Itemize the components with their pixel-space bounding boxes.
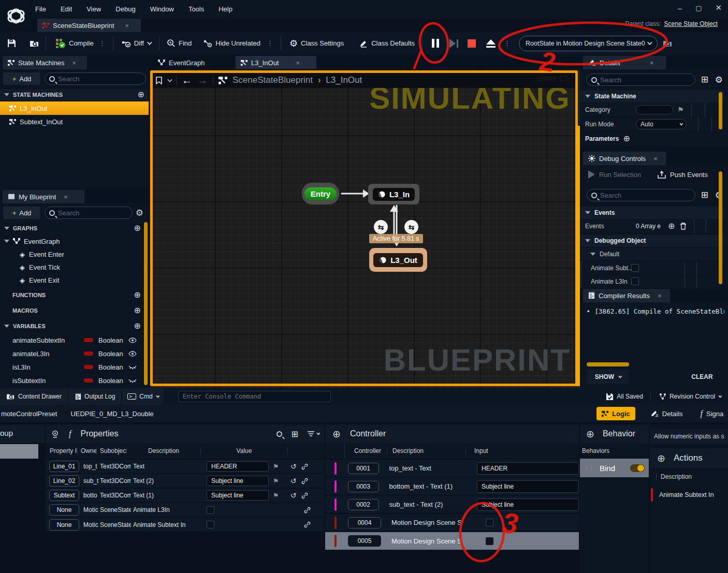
add-behavior-icon[interactable]: ⊕ <box>586 429 594 439</box>
state-machines-search[interactable] <box>45 72 146 85</box>
tree-item-event-tick[interactable]: ◈ Event Tick <box>20 261 60 273</box>
tab-my-blueprint[interactable]: My Blueprint × <box>3 190 84 203</box>
eye-closed-icon[interactable] <box>128 378 137 383</box>
col-controller-description[interactable]: Description <box>387 447 466 454</box>
content-drawer-button[interactable]: Content Drawer <box>0 388 68 405</box>
flag-icon[interactable]: ⚑ <box>273 492 279 499</box>
add-graph-icon[interactable]: ⊕ <box>134 224 141 232</box>
browse-asset-button[interactable] <box>23 39 46 48</box>
list-item-subtext-inout[interactable]: Subtext_InOut <box>0 115 149 128</box>
close-icon[interactable]: × <box>653 155 658 163</box>
debug-scrollbar[interactable] <box>719 171 722 284</box>
group-item-selected[interactable] <box>0 444 38 459</box>
run-mode-dropdown[interactable]: Auto <box>636 119 687 129</box>
link-icon[interactable] <box>301 463 308 470</box>
transition-rule-icon[interactable]: ⇆ <box>374 220 388 234</box>
eye-open-icon[interactable] <box>128 351 137 357</box>
col-value[interactable]: Value <box>201 447 288 454</box>
close-icon[interactable]: × <box>658 292 662 300</box>
link-icon[interactable] <box>304 521 311 528</box>
compile-options-icon[interactable]: ⋮ <box>99 39 113 47</box>
controller-row[interactable]: 0004 Motion Design Scene S <box>325 514 579 532</box>
section-variables[interactable]: VARIABLES <box>13 323 46 329</box>
property-row[interactable]: Line_01 top_t Text3DCom Text HEADER ⚑ ↺ <box>46 460 324 474</box>
property-row[interactable]: None Motic SceneState Animate L3In <box>46 503 324 517</box>
link-icon[interactable] <box>301 492 308 499</box>
col-controller[interactable]: Controller <box>345 447 387 454</box>
tab-compiler-results[interactable]: Compiler Results × <box>583 289 670 302</box>
class-settings-button[interactable]: ⚙ Class Settings <box>281 38 352 49</box>
display-filter-icon[interactable]: ⊞ <box>701 74 708 85</box>
doc-tab-close-icon[interactable]: × <box>125 22 129 30</box>
property-row[interactable]: Line_02 sub_t Text3DCom Text (2) Subject… <box>46 474 324 488</box>
window-close-icon[interactable]: ✕ <box>715 3 722 12</box>
blueprint-settings-gear-icon[interactable]: ⚙ <box>136 208 143 218</box>
details-search[interactable] <box>587 74 695 86</box>
controller-row-selected[interactable]: 0005 Motion Design Scene S <box>325 532 579 550</box>
close-icon[interactable]: × <box>72 59 77 67</box>
l3-out-node[interactable]: L3_Out <box>369 248 427 272</box>
property-row[interactable]: Subtext botto Text3DCom Text (1) Subject… <box>46 489 324 503</box>
flag-icon[interactable]: ⚑ <box>677 106 684 114</box>
graph-viewport[interactable]: SIMULATING BLUEPRINT Zoom 1:1 ← → SceneS… <box>149 69 580 388</box>
link-icon[interactable] <box>304 507 311 513</box>
add-section-icon[interactable]: ⊕ <box>138 91 144 99</box>
menu-view[interactable]: View <box>86 5 101 13</box>
eye-open-icon[interactable] <box>128 337 137 343</box>
property-row[interactable]: None Motic SceneState Animate Subtext In <box>46 518 324 532</box>
trash-icon[interactable] <box>680 223 687 230</box>
parent-class-link[interactable]: Scene State Object <box>664 20 718 27</box>
display-filter-icon[interactable]: ⊞ <box>701 189 708 200</box>
tab-logic-active[interactable]: Logic <box>596 407 635 420</box>
controller-row[interactable]: 0001 top_text - Text HEADER <box>325 460 579 477</box>
add-parameter-icon[interactable]: ⊕ <box>623 135 630 143</box>
browse-debug-object-button[interactable] <box>658 39 678 48</box>
details-settings-gear-icon[interactable]: ⚙ <box>715 75 723 85</box>
compiler-message[interactable]: [3862.65] Compile of SceneStateBlu <box>595 307 724 315</box>
property-checkbox[interactable] <box>207 506 214 514</box>
hide-unrelated-options-icon[interactable]: ⋮ <box>265 39 281 47</box>
undo-icon[interactable]: ↺ <box>290 477 297 485</box>
stop-button[interactable] <box>462 39 481 48</box>
add-action-icon[interactable]: ⊕ <box>657 453 665 463</box>
animate-l3in-checkbox[interactable] <box>631 277 639 285</box>
flag-icon[interactable]: ⚑ <box>273 463 279 471</box>
variable-row[interactable]: isSubtextIn Boolean <box>12 375 142 386</box>
tree-item-event-exit[interactable]: ◈ Event Exit <box>20 274 60 286</box>
controller-row[interactable]: 0003 bottom_text - Text (1) Subject line <box>325 478 579 495</box>
add-function-icon[interactable]: ⊕ <box>134 291 141 299</box>
all-saved-button[interactable]: All Saved <box>600 388 649 405</box>
controller-checkbox[interactable] <box>486 537 493 545</box>
add-blueprint-item-button[interactable]: + Add <box>3 207 40 219</box>
compile-button[interactable]: Compile <box>46 38 99 49</box>
my-blueprint-scrollbar[interactable] <box>144 222 148 385</box>
window-maximize-icon[interactable]: ▢ <box>695 4 702 12</box>
search-icon[interactable] <box>276 431 282 437</box>
tab-eventgraph[interactable]: EventGraph <box>153 56 219 69</box>
col-description[interactable]: Description <box>127 447 201 454</box>
find-button[interactable]: Find <box>159 39 199 48</box>
menu-help[interactable]: Help <box>219 5 232 13</box>
menu-edit[interactable]: Edit <box>61 5 72 13</box>
transition-rule-icon[interactable]: ⇆ <box>404 220 418 234</box>
clear-button[interactable]: CLEAR <box>683 370 721 384</box>
menu-file[interactable]: File <box>35 5 46 13</box>
tab-l3-inout-active[interactable]: L3_InOut × <box>236 56 316 69</box>
menu-debug[interactable]: Debug <box>115 5 135 13</box>
tab-signal[interactable]: f Signa <box>701 409 728 418</box>
doc-tab-scenestateblueprint[interactable]: SceneStateBlueprint × <box>37 19 141 32</box>
close-icon[interactable]: × <box>650 59 654 67</box>
filter-icon[interactable] <box>308 431 319 436</box>
list-item-l3-inout[interactable]: L3_InOut <box>0 101 149 115</box>
section-functions[interactable]: FUNCTIONS <box>12 292 46 298</box>
eye-closed-icon[interactable] <box>128 365 137 370</box>
menu-window[interactable]: Window <box>150 5 174 13</box>
variable-row[interactable]: isL3In Boolean <box>12 361 142 373</box>
section-graphs[interactable]: GRAPHS <box>13 225 37 231</box>
undo-icon[interactable]: ↺ <box>290 462 297 471</box>
debug-object-dropdown[interactable]: RootState in Motion Design Scene State0 <box>519 36 658 51</box>
save-button[interactable] <box>0 39 23 48</box>
my-blueprint-search[interactable] <box>45 207 133 219</box>
add-macro-icon[interactable]: ⊕ <box>134 306 141 315</box>
tab-details[interactable]: Details × <box>583 56 666 69</box>
